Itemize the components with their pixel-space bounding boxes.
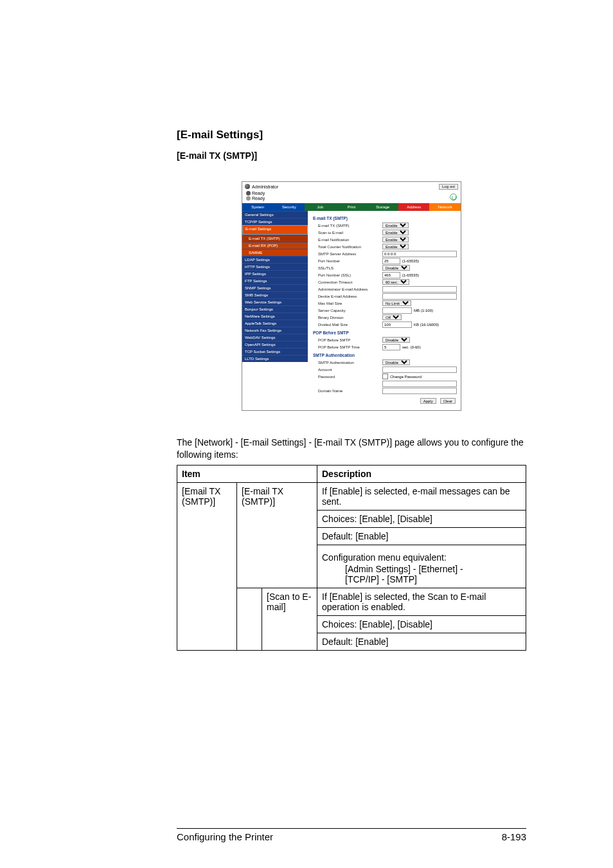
- change-password-checkbox[interactable]: [382, 374, 388, 379]
- account-input[interactable]: [382, 366, 457, 373]
- sidebar-item[interactable]: General Settings: [242, 211, 308, 218]
- pop-before-smtp-select[interactable]: Disable: [382, 337, 410, 343]
- smtp-server-input[interactable]: [382, 251, 457, 257]
- form-section-title: POP Before SMTP: [313, 328, 457, 336]
- th-description: Description: [317, 465, 526, 482]
- cell-desc: Choices: [Enable], [Disable]: [317, 615, 526, 633]
- cell-desc: If [Enable] is selected, e-mail messages…: [317, 482, 526, 510]
- sidebar-item[interactable]: OpenAPI Settings: [242, 341, 308, 348]
- form-area: E-mail TX (SMTP) E-mail TX (SMTP)Enable …: [308, 211, 461, 410]
- sidebar-item[interactable]: LLTD Settings: [242, 355, 308, 362]
- cfg-eq-line: [TCP/IP] - [SMTP]: [345, 574, 521, 584]
- form-label: Device E-mail Address: [313, 294, 382, 298]
- port-ssl-input[interactable]: [382, 272, 400, 278]
- sidebar-item[interactable]: LDAP Settings: [242, 256, 308, 263]
- email-tx-smtp-select[interactable]: Enable: [382, 222, 409, 228]
- spec-table: Item Description [Email TX (SMTP)] [E-ma…: [177, 465, 526, 651]
- tab-job[interactable]: Job: [305, 203, 336, 211]
- device-email-input[interactable]: [382, 293, 457, 300]
- status-ready-2: Ready: [252, 196, 265, 201]
- form-label: Domain Name: [313, 389, 382, 393]
- form-label: Port Number: [313, 259, 382, 263]
- server-capacity-input[interactable]: [382, 307, 412, 314]
- avatar-icon: [245, 184, 250, 189]
- form-label: E-mail TX (SMTP): [313, 224, 382, 228]
- th-item: Item: [177, 465, 317, 482]
- admin-screenshot: Administrator Log out Ready Ready System…: [242, 181, 461, 411]
- sidebar-item[interactable]: WebDAV Settings: [242, 334, 308, 341]
- smtp-auth-select[interactable]: Disable: [382, 359, 410, 365]
- sidebar-item[interactable]: E-mail Settings: [242, 225, 308, 235]
- domain-name-input[interactable]: [382, 388, 457, 394]
- form-label: Password: [313, 375, 382, 379]
- sidebar-item[interactable]: SNMP Settings: [242, 284, 308, 291]
- form-label: Account: [313, 368, 382, 372]
- sidebar-item[interactable]: NetWare Settings: [242, 312, 308, 320]
- tab-address[interactable]: Address: [398, 203, 430, 211]
- apply-button[interactable]: Apply: [420, 398, 436, 404]
- sidebar: General Settings TCP/IP Settings E-mail …: [242, 211, 308, 410]
- tab-print[interactable]: Print: [336, 203, 368, 211]
- sidebar-item[interactable]: Network Fax Settings: [242, 327, 308, 334]
- sidebar-item[interactable]: Web Service Settings: [242, 298, 308, 305]
- port-number-input[interactable]: [382, 258, 400, 264]
- page-footer: Configuring the Printer 8-193: [177, 828, 526, 842]
- sidebar-item[interactable]: E-mail RX (POP): [242, 242, 308, 249]
- connection-timeout-select[interactable]: 60 sec.: [382, 279, 409, 285]
- form-label: Server Capacity: [313, 309, 382, 312]
- total-counter-select[interactable]: Enable: [382, 244, 409, 249]
- pop-before-time-input[interactable]: [382, 344, 400, 350]
- refresh-icon[interactable]: [450, 194, 457, 201]
- cell-email-tx-smtp-sub: [E-mail TX (SMTP)]: [237, 482, 317, 588]
- sidebar-item[interactable]: E-mail TX (SMTP): [242, 235, 308, 242]
- heading-email-tx-smtp: [E-mail TX (SMTP)]: [177, 150, 526, 161]
- footer-title: Configuring the Printer: [177, 831, 273, 842]
- cell-scan-to-email: [Scan to E-mail]: [262, 588, 317, 650]
- scan-to-email-select[interactable]: Enable: [382, 230, 409, 235]
- sidebar-item[interactable]: TCP Socket Settings: [242, 348, 308, 355]
- cfg-eq-head: Configuration menu equivalent:: [322, 552, 521, 563]
- sidebar-item[interactable]: FTP Settings: [242, 277, 308, 284]
- tab-security[interactable]: Security: [274, 203, 305, 211]
- form-label: SMTP Server Address: [313, 252, 382, 256]
- form-label: Total Counter Notification: [313, 245, 382, 249]
- form-suffix: (1-65535): [402, 259, 419, 263]
- form-suffix: MB (1-100): [414, 309, 433, 312]
- top-tabs: System Security Job Print Storage Addres…: [242, 203, 461, 211]
- cell-desc: Configuration menu equivalent: [Admin Se…: [317, 545, 526, 588]
- divided-mail-size-input[interactable]: [382, 321, 412, 328]
- heading-email-settings: [E-mail Settings]: [177, 129, 526, 141]
- sidebar-item[interactable]: Bonjour Settings: [242, 305, 308, 312]
- cell-desc: Default: [Enable]: [317, 633, 526, 650]
- admin-email-input[interactable]: [382, 286, 457, 293]
- form-section-title: E-mail TX (SMTP): [313, 213, 457, 222]
- ssl-tls-select[interactable]: Disable: [382, 265, 410, 271]
- sidebar-item[interactable]: TCP/IP Settings: [242, 218, 308, 225]
- sidebar-item[interactable]: S/MIME: [242, 249, 308, 256]
- cell-desc: If [Enable] is selected, the Scan to E-m…: [317, 588, 526, 615]
- sidebar-item[interactable]: HTTP Settings: [242, 263, 308, 270]
- sidebar-item[interactable]: SMB Settings: [242, 291, 308, 298]
- form-section-title: SMTP Authentication: [313, 350, 457, 359]
- administrator-label: Administrator: [252, 185, 278, 189]
- logout-button[interactable]: Log out: [439, 184, 458, 190]
- form-label: POP Before SMTP Time: [313, 345, 382, 349]
- form-label: Binary Division: [313, 316, 382, 320]
- status-dot-icon: [246, 196, 251, 201]
- max-mail-size-select[interactable]: No Limit: [382, 300, 411, 306]
- email-notification-select[interactable]: Enable: [382, 237, 409, 242]
- footer-page: 8-193: [502, 831, 526, 842]
- tab-network[interactable]: Network: [429, 203, 461, 211]
- tab-storage[interactable]: Storage: [367, 203, 398, 211]
- binary-division-select[interactable]: Off: [382, 314, 402, 320]
- form-suffix: sec. (0-60): [402, 345, 421, 349]
- sidebar-item[interactable]: AppleTalk Settings: [242, 320, 308, 327]
- password-input[interactable]: [382, 381, 457, 387]
- clear-button[interactable]: Clear: [440, 398, 456, 404]
- cfg-eq-line: [Admin Settings] - [Ethernet] -: [345, 564, 521, 574]
- tab-system[interactable]: System: [242, 203, 274, 211]
- sidebar-item[interactable]: IPP Settings: [242, 270, 308, 277]
- cell-email-tx-smtp: [Email TX (SMTP)]: [177, 482, 237, 650]
- cell-desc: Default: [Enable]: [317, 527, 526, 545]
- form-label: POP Before SMTP: [313, 338, 382, 342]
